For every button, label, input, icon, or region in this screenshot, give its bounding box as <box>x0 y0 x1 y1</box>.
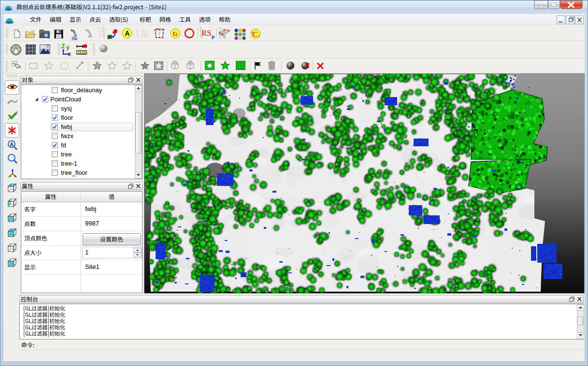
svg-text:Z: Z <box>61 43 65 50</box>
svg-text:A: A <box>10 141 14 147</box>
svg-text:x: x <box>68 51 71 56</box>
svg-text:G: G <box>173 30 178 37</box>
svg-text:A: A <box>125 29 129 37</box>
svg-text:Site: Site <box>72 37 78 41</box>
svg-text:p: p <box>212 33 215 39</box>
svg-text:y: y <box>66 44 70 51</box>
svg-text:RS: RS <box>201 28 212 38</box>
svg-text:A: A <box>251 31 253 34</box>
svg-text:C: C <box>253 30 258 38</box>
